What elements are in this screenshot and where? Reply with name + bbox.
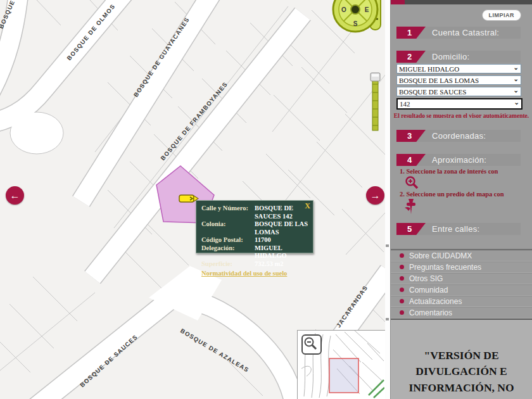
tooltip-label: Superficie:	[201, 260, 255, 269]
search-sidebar: LIMPIAR 1 Cuenta Catastral: 2 Domicilio:…	[391, 0, 532, 399]
tooltip-value: BOSQUE DE LAS LOMAS	[255, 220, 309, 236]
tooltip-label: Código Postal:	[201, 236, 255, 244]
chevron-down-icon: ⌄	[514, 100, 519, 105]
compass-west-label: O	[341, 6, 346, 13]
overview-minimap[interactable]	[297, 330, 385, 399]
pan-right-button[interactable]: →	[366, 186, 384, 205]
link-otros-sig[interactable]: Otros SIG	[391, 273, 532, 284]
link-sobre-ciudadmx[interactable]: Sobre CIUDADMX	[391, 250, 532, 262]
tooltip-label: Colonia:	[201, 220, 255, 236]
clear-button[interactable]: LIMPIAR	[482, 10, 522, 21]
link-label: Comunidad	[409, 286, 448, 294]
tooltip-value: MIGUEL HIDALGO	[255, 244, 309, 260]
numero-select[interactable]: 142 ⌄	[396, 98, 522, 110]
divider-tick	[386, 318, 389, 320]
link-label: Actualizaciones	[409, 297, 462, 306]
chevron-down-icon: ⌄	[514, 88, 519, 93]
section-label: Aproximación:	[432, 155, 486, 165]
bullet-icon	[400, 310, 404, 315]
section-entre-calles[interactable]: 5 Entre calles:	[396, 223, 521, 235]
section-number-badge: 3	[396, 130, 426, 142]
section-cuenta-catastral[interactable]: 1 Cuenta Catastral:	[396, 27, 521, 39]
map-canvas[interactable]: BOSQUE D BOSQUE DE OLMOS BOSQUE DE GUAYA…	[0, 0, 385, 399]
pushpin-tool-icon	[402, 198, 420, 218]
magnifier-minus-icon	[303, 336, 318, 351]
zoom-in-tool-icon	[405, 175, 419, 192]
app-window: BOSQUE D BOSQUE DE OLMOS BOSQUE DE GUAYA…	[0, 0, 532, 399]
approx-step1-text: 1. Seleccione la zona de interés con	[400, 168, 498, 175]
chevron-down-icon: ⌄	[514, 65, 519, 70]
bullet-icon	[400, 265, 404, 269]
select-value: BOSQUE DE LAS LOMAS	[399, 77, 479, 84]
arrow-right-icon: →	[370, 190, 381, 201]
disclaimer-text: "VERSIÓN DE DIVULGACIÓN E INFORMACIÓN, N…	[408, 348, 516, 399]
bullet-icon	[400, 253, 404, 258]
parcel-info-tooltip: X Calle y Número: BOSQUE DE SAUCES 142 C…	[196, 200, 314, 253]
sidebar-topbar	[391, 0, 532, 4]
land-use-link[interactable]: Normatividad del uso de suelo	[201, 270, 287, 277]
tooltip-value: 732.53 m2	[255, 260, 284, 269]
tooltip-label: Delegación:	[201, 244, 255, 260]
divider-tick	[386, 244, 389, 247]
section-label: Domicilio:	[432, 52, 469, 61]
link-preguntas-frecuentes[interactable]: Preguntas frecuentes	[391, 262, 532, 273]
delegacion-select[interactable]: MIGUEL HIDALGO ⌄	[396, 64, 521, 73]
disclaimer-panel: "VERSIÓN DE DIVULGACIÓN E INFORMACIÓN, N…	[391, 319, 532, 399]
tooltip-row: Delegación: MIGUEL HIDALGO	[201, 244, 309, 260]
bullet-icon	[400, 299, 404, 303]
link-actualizaciones[interactable]: Actualizaciones	[391, 296, 532, 307]
zoom-slider-knob[interactable]	[370, 73, 380, 81]
tooltip-row: Colonia: BOSQUE DE LAS LOMAS	[201, 220, 309, 236]
auto-result-note: El resultado se muestra en el visor auto…	[391, 113, 532, 119]
colonia-select[interactable]: BOSQUE DE LAS LOMAS ⌄	[396, 75, 521, 85]
tooltip-label: Calle y Número:	[201, 205, 255, 220]
tooltip-value: 11700	[255, 236, 271, 244]
minimap-zoom-out-button[interactable]	[301, 334, 322, 355]
link-comunidad[interactable]: Comunidad	[391, 284, 532, 296]
arrow-left-icon: ←	[10, 190, 20, 201]
section-number-badge: 4	[396, 154, 426, 166]
section-number-badge: 2	[396, 51, 426, 63]
tooltip-row: Calle y Número: BOSQUE DE SAUCES 142	[201, 205, 309, 220]
minimap-extent-rect[interactable]	[329, 358, 358, 393]
chevron-down-icon: ⌄	[514, 77, 519, 82]
map-sidebar-divider[interactable]	[385, 0, 391, 399]
section-label: Cuenta Catastral:	[432, 28, 499, 37]
compass-center	[351, 5, 360, 14]
select-value: MIGUEL HIDALGO	[399, 65, 459, 73]
calle-select[interactable]: BOSQUE DE SAUCES ⌄	[396, 87, 521, 96]
tooltip-row: Código Postal: 11700	[201, 236, 309, 244]
section-aproximacion[interactable]: 4 Aproximación:	[396, 154, 521, 166]
tooltip-value: BOSQUE DE SAUCES 142	[255, 205, 309, 220]
approx-step2-text: 2. Seleccione un predio del mapa con	[400, 191, 504, 198]
pan-left-button[interactable]: ←	[6, 186, 24, 205]
section-number-badge: 5	[396, 223, 426, 235]
topbar-accent	[391, 0, 405, 4]
cul-de-sac-center	[19, 120, 54, 146]
bullet-icon	[400, 276, 404, 281]
select-value: BOSQUE DE SAUCES	[399, 88, 466, 96]
tooltip-row: Superficie: 732.53 m2	[201, 260, 309, 269]
compass-east-label: E	[365, 6, 369, 13]
link-comentarios[interactable]: Comentarios	[391, 307, 532, 319]
link-label: Otros SIG	[409, 274, 443, 283]
section-label: Coordenadas:	[432, 131, 486, 141]
tooltip-close-icon[interactable]: X	[305, 201, 310, 211]
zoom-slider-knob-highlight	[372, 74, 379, 77]
link-label: Preguntas frecuentes	[409, 263, 481, 272]
section-domicilio[interactable]: 2 Domicilio:	[396, 51, 521, 63]
section-number-badge: 1	[396, 27, 426, 39]
footer-links: Sobre CIUDADMX Preguntas frecuentes Otro…	[391, 249, 532, 319]
link-label: Comentarios	[409, 308, 452, 317]
bullet-icon	[400, 288, 404, 292]
link-label: Sobre CIUDADMX	[409, 251, 472, 260]
section-coordenadas[interactable]: 3 Coordenadas:	[396, 130, 521, 142]
section-label: Entre calles:	[432, 224, 479, 234]
select-value: 142	[400, 100, 410, 108]
compass-south-label: S	[353, 20, 358, 27]
parcel-marker-icon	[179, 193, 199, 207]
